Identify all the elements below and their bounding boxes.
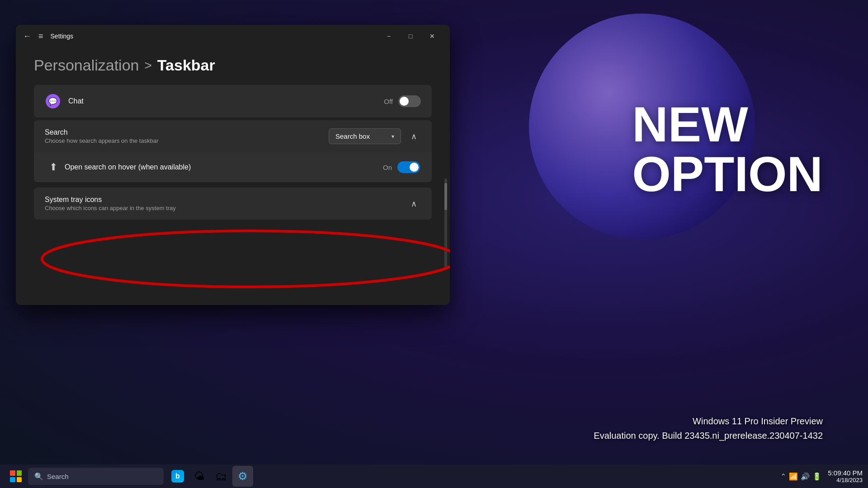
search-description: Choose how search appears on the taskbar	[45, 137, 329, 144]
window-title: Settings	[51, 33, 74, 40]
systray-icons: ⌃ 📶 🔊 🔋	[780, 472, 821, 481]
search-header-text: Search Choose how search appears on the …	[45, 128, 329, 144]
title-bar-left: ← ≡ Settings	[23, 32, 378, 41]
overlay-text: NEW OPTION	[632, 99, 823, 199]
folder-icon: 🗂	[215, 469, 227, 483]
breadcrumb-parent[interactable]: Personalization	[34, 56, 139, 74]
win-logo-blue	[10, 477, 15, 483]
settings-content: Personalization > Taskbar 💬 Chat Off	[16, 47, 450, 305]
battery-icon[interactable]: 🔋	[812, 472, 821, 481]
taskbar-search-placeholder: Search	[47, 473, 69, 480]
search-header-right: Search box ▾ ∧	[329, 128, 421, 144]
menu-button[interactable]: ≡	[38, 32, 43, 41]
search-section: Search Choose how search appears on the …	[34, 120, 432, 182]
taskbar-explorer-button[interactable]: 🗂	[211, 466, 231, 487]
highlight-circle	[33, 227, 450, 291]
windows-watermark: Windows 11 Pro Insider Preview Evaluatio…	[594, 414, 823, 443]
hover-option-status: On	[383, 164, 392, 171]
taskbar: 🔍 Search b 🌤 🗂 ⚙ ⌃ 📶 🔊 🔋 5:09:40 PM	[0, 465, 868, 488]
watermark-line2: Evaluation copy. Build 23435.ni_prerelea…	[594, 428, 823, 443]
breadcrumb: Personalization > Taskbar	[34, 56, 432, 74]
clock-date: 4/18/2023	[828, 477, 863, 483]
tray-text: System tray icons Choose which icons can…	[45, 196, 406, 211]
window-controls: − □ ✕	[378, 28, 443, 44]
hover-option-toggle[interactable]	[397, 161, 420, 173]
taskbar-settings-button[interactable]: ⚙	[232, 466, 253, 487]
hover-option-label: Open search on hover (when available)	[65, 162, 376, 172]
chat-icon: 💬	[46, 94, 60, 108]
win-logo-red	[10, 470, 15, 476]
volume-icon[interactable]: 🔊	[801, 472, 810, 481]
taskbar-weather-button[interactable]: 🌤	[189, 466, 210, 487]
svg-point-0	[42, 231, 450, 287]
scrollbar[interactable]	[444, 178, 447, 269]
back-button[interactable]: ←	[23, 32, 31, 41]
taskbar-search-bar[interactable]: 🔍 Search	[28, 468, 164, 485]
settings-window: ← ≡ Settings − □ ✕ Personalization > Tas…	[16, 25, 450, 305]
taskbar-systray: ⌃ 📶 🔊 🔋 5:09:40 PM 4/18/2023	[780, 469, 863, 483]
settings-icon: ⚙	[238, 470, 248, 483]
taskbar-bing-button[interactable]: b	[167, 466, 188, 487]
chat-toggle-thumb	[400, 97, 409, 106]
windows-logo	[10, 470, 22, 482]
search-header: Search Choose how search appears on the …	[34, 120, 432, 152]
win-logo-yellow	[17, 477, 22, 483]
search-dropdown[interactable]: Search box ▾	[329, 128, 401, 144]
hover-option-controls: On	[383, 161, 420, 173]
taskbar-clock[interactable]: 5:09:40 PM 4/18/2023	[828, 469, 863, 483]
chat-controls: Off	[384, 95, 421, 107]
system-tray-setting: System tray icons Choose which icons can…	[34, 188, 432, 220]
maximize-button[interactable]: □	[400, 28, 421, 44]
breadcrumb-separator: >	[144, 58, 151, 73]
weather-icon: 🌤	[194, 470, 205, 483]
chat-toggle[interactable]	[398, 95, 421, 107]
hover-toggle-track[interactable]	[397, 161, 420, 173]
tray-collapse-button[interactable]: ∧	[406, 197, 421, 211]
settings-list: 💬 Chat Off Search	[34, 85, 432, 220]
cursor-icon: ⬆	[49, 161, 57, 173]
search-collapse-button[interactable]: ∧	[406, 129, 421, 144]
tray-title: System tray icons	[45, 196, 406, 204]
chevron-up-icon[interactable]: ⌃	[780, 472, 786, 481]
chat-toggle-track[interactable]	[398, 95, 421, 107]
chat-setting-row: 💬 Chat Off	[34, 85, 432, 117]
dropdown-value: Search box	[335, 132, 387, 140]
title-bar: ← ≡ Settings − □ ✕	[16, 25, 450, 47]
hover-option-row: ⬆ Open search on hover (when available) …	[34, 152, 432, 182]
breadcrumb-current: Taskbar	[157, 56, 215, 74]
chat-icon-container: 💬	[45, 93, 61, 109]
chat-status: Off	[384, 98, 393, 105]
taskbar-apps: b 🌤 🗂 ⚙	[167, 466, 253, 487]
close-button[interactable]: ✕	[422, 28, 443, 44]
overlay-new: NEW	[632, 99, 823, 149]
chat-label: Chat	[68, 97, 377, 105]
scrollbar-thumb[interactable]	[444, 183, 447, 210]
search-title: Search	[45, 128, 329, 136]
taskbar-search-icon: 🔍	[34, 472, 43, 481]
win-logo-green	[17, 470, 22, 476]
clock-time: 5:09:40 PM	[828, 469, 863, 477]
hover-toggle-thumb	[410, 163, 419, 172]
wifi-icon[interactable]: 📶	[789, 472, 798, 481]
dropdown-arrow-icon: ▾	[392, 133, 394, 140]
start-button[interactable]	[5, 466, 26, 487]
tray-description: Choose which icons can appear in the sys…	[45, 205, 406, 211]
overlay-option: OPTION	[632, 149, 823, 199]
watermark-line1: Windows 11 Pro Insider Preview	[594, 414, 823, 428]
bing-icon: b	[171, 470, 184, 483]
minimize-button[interactable]: −	[378, 28, 399, 44]
